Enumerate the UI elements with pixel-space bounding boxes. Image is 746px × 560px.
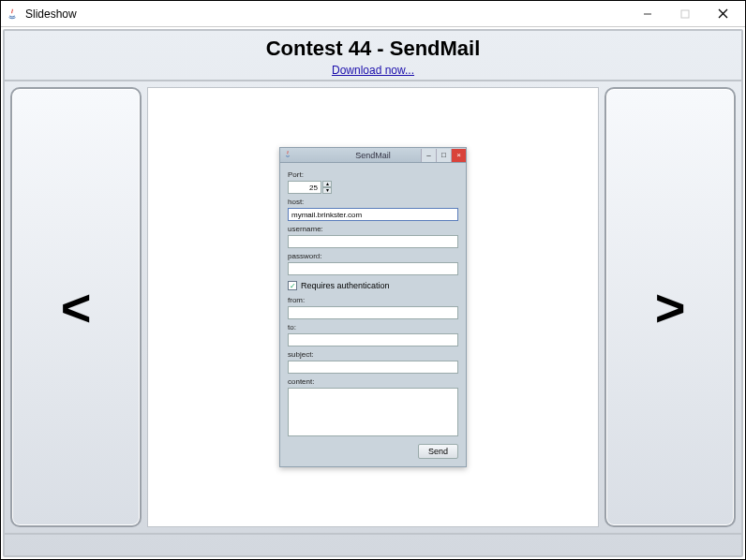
- footer-panel: [5, 533, 741, 555]
- titlebar: Slideshow: [1, 1, 745, 27]
- host-label: host:: [288, 198, 458, 206]
- sendmail-window: SendMail – □ × Port: 25 ▴: [279, 147, 467, 467]
- to-label: to:: [288, 323, 458, 332]
- port-row: 25 ▴ ▾: [288, 181, 458, 194]
- java-icon: [5, 7, 20, 22]
- next-button[interactable]: >: [604, 87, 736, 527]
- port-label: Port:: [288, 170, 458, 179]
- page-title: Contest 44 - SendMail: [5, 37, 741, 61]
- from-input[interactable]: [288, 306, 458, 319]
- app-window: Slideshow Contest 44 - SendMail Download…: [0, 0, 746, 560]
- sendmail-minimize-icon[interactable]: –: [421, 149, 436, 162]
- sendmail-body: Port: 25 ▴ ▾ host: mymail.brinkster.com …: [280, 163, 466, 466]
- sendmail-titlebar: SendMail – □ ×: [280, 148, 466, 163]
- spin-up-icon[interactable]: ▴: [322, 181, 332, 187]
- prev-button[interactable]: <: [10, 87, 142, 527]
- sendmail-maximize-icon[interactable]: □: [436, 149, 451, 162]
- maximize-button[interactable]: [666, 3, 704, 25]
- subject-input[interactable]: [288, 361, 458, 374]
- password-label: password:: [288, 252, 458, 260]
- port-spinner[interactable]: ▴ ▾: [322, 181, 332, 194]
- slide-area: SendMail – □ × Port: 25 ▴: [147, 87, 599, 527]
- sendmail-app-icon: [283, 150, 294, 161]
- sendmail-close-icon[interactable]: ×: [451, 149, 466, 162]
- password-input[interactable]: [288, 262, 458, 275]
- to-input[interactable]: [288, 333, 458, 346]
- host-input[interactable]: mymail.brinkster.com: [288, 208, 458, 221]
- content-chrome: Contest 44 - SendMail Download now... < …: [3, 29, 743, 557]
- subject-label: subject:: [288, 350, 458, 359]
- slideshow-row: < SendMail – □: [5, 81, 741, 533]
- content-label: content:: [288, 377, 458, 386]
- username-label: username:: [288, 225, 458, 233]
- download-link[interactable]: Download now...: [332, 64, 414, 77]
- close-button[interactable]: [704, 3, 741, 25]
- requires-auth-label: Requires authentication: [301, 281, 390, 290]
- from-label: from:: [288, 296, 458, 304]
- requires-auth-row[interactable]: ✓ Requires authentication: [288, 281, 458, 290]
- content-textarea[interactable]: [288, 388, 458, 436]
- port-input[interactable]: 25: [288, 181, 321, 194]
- window-title: Slideshow: [25, 7, 77, 21]
- spin-down-icon[interactable]: ▾: [322, 187, 332, 194]
- header-panel: Contest 44 - SendMail Download now...: [5, 31, 741, 81]
- minimize-button[interactable]: [629, 3, 666, 25]
- svg-rect-1: [681, 10, 689, 18]
- username-input[interactable]: [288, 235, 458, 248]
- requires-auth-checkbox[interactable]: ✓: [288, 281, 297, 290]
- send-button[interactable]: Send: [418, 444, 458, 459]
